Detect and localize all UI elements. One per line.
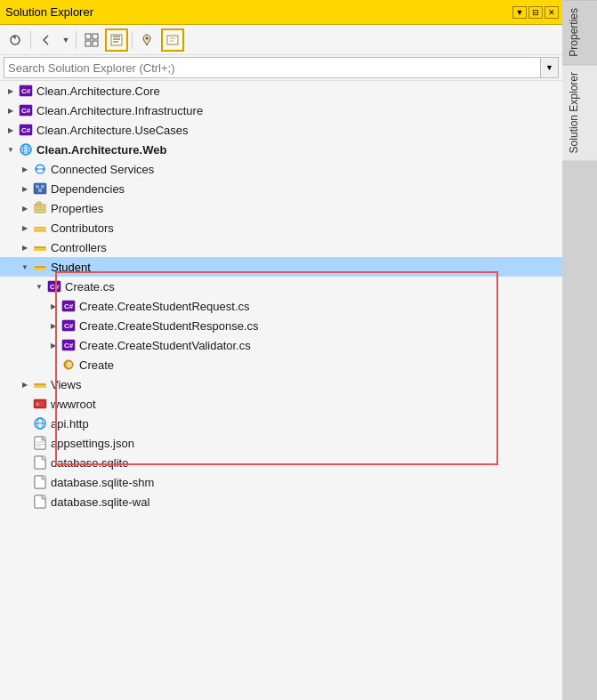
tree-item-web[interactable]: ▼ Clean.Architecture.Web	[0, 140, 562, 159]
label-views: Views	[51, 378, 81, 391]
label-usecases: Clean.Architecture.UseCases	[36, 124, 189, 137]
svg-rect-3	[85, 41, 91, 46]
back-history-btn[interactable]	[35, 28, 58, 52]
icon-create-request: C#	[61, 298, 77, 314]
icon-core: C#	[18, 83, 34, 99]
label-create-special: Create	[79, 358, 114, 372]
collapse-all-btn[interactable]	[80, 28, 103, 52]
expand-props[interactable]: ▶	[18, 201, 32, 215]
expand-web[interactable]: ▼	[4, 142, 18, 157]
search-box	[4, 57, 541, 78]
label-deps: Dependencies	[51, 182, 125, 196]
properties-btn[interactable]	[136, 28, 159, 52]
sep-3	[132, 31, 133, 49]
search-input[interactable]	[8, 61, 536, 75]
pin-title-btn[interactable]: ▼	[512, 6, 527, 19]
icon-create-cs: C#	[46, 278, 62, 294]
icon-deps	[32, 181, 48, 197]
expand-views[interactable]: ▶	[18, 377, 32, 391]
svg-rect-4	[93, 41, 98, 46]
toolbar: ▼	[0, 25, 562, 55]
label-contributors: Contributors	[51, 221, 114, 235]
icon-api-http	[32, 415, 48, 431]
expand-create-validator[interactable]: ▶	[46, 338, 61, 352]
label-db-sqlite: database.sqlite	[51, 456, 128, 470]
svg-point-21	[43, 168, 45, 171]
svg-point-6	[146, 36, 149, 39]
icon-create-special: ⚙	[61, 357, 77, 373]
tree-item-dependencies[interactable]: ▶ Dependencies	[0, 179, 562, 198]
label-core: Clean.Architecture.Core	[36, 84, 160, 98]
tree-item-create-special[interactable]: ⚙ Create	[0, 355, 562, 374]
label-student: Student	[51, 261, 91, 274]
tree-item-wwwroot[interactable]: × wwwroot	[0, 394, 562, 414]
svg-rect-26	[38, 189, 42, 192]
close-title-btn[interactable]: ✕	[545, 6, 559, 19]
right-tabs-panel: Properties Solution Explorer	[562, 0, 597, 700]
tree-item-api-http[interactable]: api.http	[0, 414, 562, 433]
icon-web	[18, 141, 34, 157]
label-wwwroot: wwwroot	[51, 398, 96, 411]
sep-2	[76, 31, 77, 49]
icon-usecases: C#	[18, 122, 34, 138]
expand-create-request[interactable]: ▶	[46, 299, 61, 313]
svg-rect-1	[85, 34, 91, 39]
tab-solution-explorer[interactable]: Solution Explorer	[562, 64, 597, 160]
icon-contributors	[32, 220, 48, 236]
tree-item-properties[interactable]: ▶ Properties	[0, 198, 562, 218]
tree-item-infra[interactable]: ▶ C# Clean.Architecture.Infrastructure	[0, 101, 562, 120]
icon-infra: C#	[18, 102, 34, 118]
label-create-response: Create.CreateStudentResponse.cs	[79, 319, 259, 333]
tree-item-create-cs[interactable]: ▼ C# Create.cs	[0, 277, 562, 296]
label-api-http: api.http	[51, 417, 89, 430]
label-connected-services: Connected Services	[51, 163, 154, 176]
icon-wwwroot: ×	[32, 396, 48, 412]
float-title-btn[interactable]: ⊟	[528, 6, 543, 19]
expand-create-cs[interactable]: ▼	[32, 279, 46, 294]
svg-text:C#: C#	[21, 107, 31, 115]
tab-properties[interactable]: Properties	[562, 0, 597, 64]
title-bar-controls: ▼ ⊟ ✕	[512, 6, 559, 19]
label-create-validator: Create.CreateStudentValidator.cs	[79, 339, 251, 352]
svg-text:C#: C#	[50, 283, 60, 291]
tree-item-core[interactable]: ▶ C# Clean.Architecture.Core	[0, 81, 562, 101]
expand-core[interactable]: ▶	[4, 84, 18, 98]
expand-student[interactable]: ▼	[18, 260, 32, 274]
search-dropdown-btn[interactable]: ▼	[541, 57, 559, 78]
tree-item-connected-services[interactable]: ▶ Connected Services	[0, 159, 562, 179]
preview-btn[interactable]	[161, 28, 184, 52]
label-create-request: Create.CreateStudentRequest.cs	[79, 300, 250, 313]
expand-contributors[interactable]: ▶	[18, 221, 32, 235]
icon-db-sqlite-wal	[32, 494, 48, 510]
back-dropdown-btn[interactable]: ▼	[60, 28, 72, 52]
tree-item-usecases[interactable]: ▶ C# Clean.Architecture.UseCases	[0, 120, 562, 140]
icon-appsettings	[32, 435, 48, 451]
tree-item-db-sqlite[interactable]: database.sqlite	[0, 453, 562, 472]
show-all-files-btn[interactable]	[105, 28, 128, 52]
tree-item-create-validator[interactable]: ▶ C# Create.CreateStudentValidator.cs	[0, 335, 562, 355]
expand-create-response[interactable]: ▶	[46, 318, 61, 333]
expand-controllers[interactable]: ▶	[18, 240, 32, 254]
tree-item-db-sqlite-shm[interactable]: database.sqlite-shm	[0, 472, 562, 492]
expand-connected[interactable]: ▶	[18, 162, 32, 176]
sync-btn[interactable]	[4, 28, 27, 52]
tree-item-student[interactable]: ▼ Student	[0, 257, 562, 277]
title-bar: Solution Explorer ▼ ⊟ ✕	[0, 0, 562, 25]
tree-item-controllers[interactable]: ▶ Controllers	[0, 237, 562, 257]
tree-item-db-sqlite-wal[interactable]: database.sqlite-wal	[0, 492, 562, 511]
svg-rect-25	[41, 185, 44, 188]
icon-student	[32, 259, 48, 275]
tree-item-create-request[interactable]: ▶ C# Create.CreateStudentRequest.cs	[0, 296, 562, 316]
expand-deps[interactable]: ▶	[18, 181, 32, 196]
label-web: Clean.Architecture.Web	[36, 143, 166, 157]
svg-rect-23	[34, 183, 46, 194]
tree-item-create-response[interactable]: ▶ C# Create.CreateStudentResponse.cs	[0, 316, 562, 335]
tree-item-contributors[interactable]: ▶ Contributors	[0, 218, 562, 237]
expand-infra[interactable]: ▶	[4, 103, 18, 117]
svg-text:C#: C#	[64, 322, 74, 330]
tree-item-views[interactable]: ▶ Views	[0, 374, 562, 394]
tree-item-appsettings[interactable]: appsettings.json	[0, 433, 562, 453]
expand-usecases[interactable]: ▶	[4, 123, 18, 137]
icon-db-sqlite-shm	[32, 474, 48, 490]
svg-text:⚙: ⚙	[66, 361, 72, 369]
